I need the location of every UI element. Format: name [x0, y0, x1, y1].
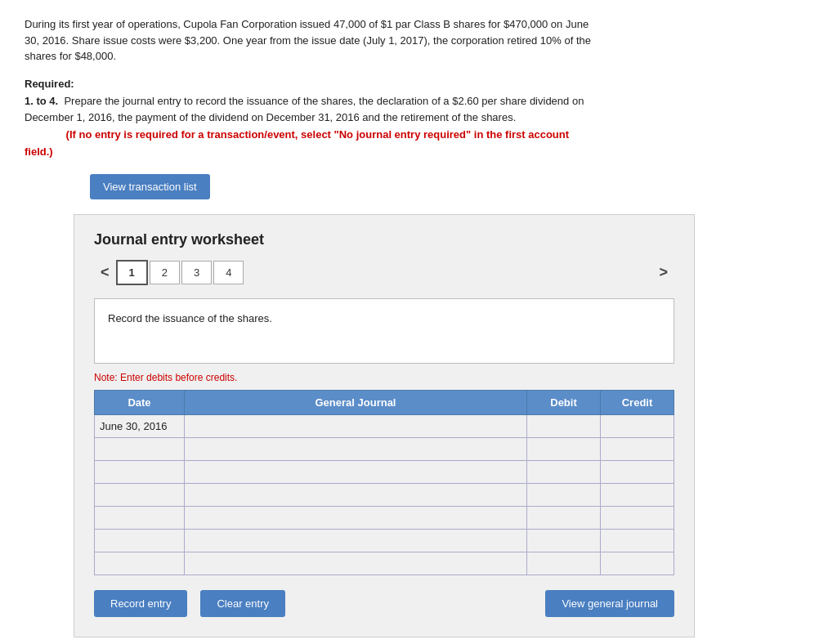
worksheet-title: Journal entry worksheet [94, 231, 674, 248]
date-input-2[interactable] [95, 461, 184, 483]
journal-input-6[interactable] [185, 552, 526, 575]
col-date-header: Date [95, 390, 185, 414]
col-debit-header: Debit [527, 390, 601, 414]
required-label: Required: [25, 78, 597, 90]
credit-input-0[interactable] [601, 415, 674, 437]
intro-paragraph: During its first year of operations, Cup… [25, 16, 597, 65]
table-row [95, 437, 674, 460]
col-credit-header: Credit [601, 390, 674, 414]
table-row [95, 552, 674, 575]
debit-input-3[interactable] [527, 484, 600, 506]
date-input-6[interactable] [95, 552, 184, 575]
tab-3[interactable]: 3 [181, 261, 212, 284]
date-input-5[interactable] [95, 530, 184, 552]
table-row [95, 529, 674, 552]
table-row [95, 506, 674, 529]
tab-4[interactable]: 4 [213, 261, 244, 284]
clear-entry-button[interactable]: Clear entry [200, 590, 285, 617]
next-tab-arrow[interactable]: > [652, 264, 674, 281]
journal-input-5[interactable] [185, 530, 526, 552]
journal-table: Date General Journal Debit Credit [94, 390, 674, 575]
worksheet-container: Journal entry worksheet < 1 2 3 4 > Reco… [74, 214, 695, 637]
required-number: 1. to 4. [25, 95, 58, 107]
date-input-1[interactable] [95, 438, 184, 460]
journal-input-1[interactable] [185, 438, 526, 460]
journal-input-0[interactable] [185, 415, 526, 437]
date-input-3[interactable] [95, 484, 184, 506]
debit-input-5[interactable] [527, 530, 600, 552]
prev-tab-arrow[interactable]: < [94, 264, 116, 281]
debit-input-4[interactable] [527, 507, 600, 529]
table-row [95, 414, 674, 437]
credit-input-2[interactable] [601, 461, 674, 483]
credit-input-3[interactable] [601, 484, 674, 506]
credit-input-6[interactable] [601, 552, 674, 575]
date-input-0[interactable] [95, 415, 184, 437]
instruction-text: Record the issuance of the shares. [108, 312, 272, 324]
debit-input-6[interactable] [527, 552, 600, 575]
debit-input-2[interactable] [527, 461, 600, 483]
view-transaction-button[interactable]: View transaction list [90, 174, 210, 199]
record-entry-button[interactable]: Record entry [94, 590, 187, 617]
required-body-text: Prepare the journal entry to record the … [25, 95, 584, 124]
debit-input-1[interactable] [527, 438, 600, 460]
credit-input-5[interactable] [601, 530, 674, 552]
required-body: 1. to 4. Prepare the journal entry to re… [25, 93, 597, 161]
table-row [95, 483, 674, 506]
journal-input-3[interactable] [185, 484, 526, 506]
tab-2[interactable]: 2 [150, 261, 180, 284]
journal-input-4[interactable] [185, 507, 526, 529]
tab-1[interactable]: 1 [116, 260, 148, 285]
tab-navigation: < 1 2 3 4 > [94, 260, 674, 285]
action-buttons-row: Record entry Clear entry View general jo… [94, 590, 674, 617]
required-section: Required: 1. to 4. Prepare the journal e… [25, 78, 597, 161]
required-red-text: (If no entry is required for a transacti… [25, 128, 569, 158]
instruction-box: Record the issuance of the shares. [94, 298, 674, 364]
date-input-4[interactable] [95, 507, 184, 529]
journal-input-2[interactable] [185, 461, 526, 483]
debit-input-0[interactable] [527, 415, 600, 437]
note-text: Note: Enter debits before credits. [94, 372, 674, 383]
credit-input-4[interactable] [601, 507, 674, 529]
credit-input-1[interactable] [601, 438, 674, 460]
col-journal-header: General Journal [185, 390, 527, 414]
table-row [95, 460, 674, 483]
view-general-journal-button[interactable]: View general journal [545, 590, 674, 617]
